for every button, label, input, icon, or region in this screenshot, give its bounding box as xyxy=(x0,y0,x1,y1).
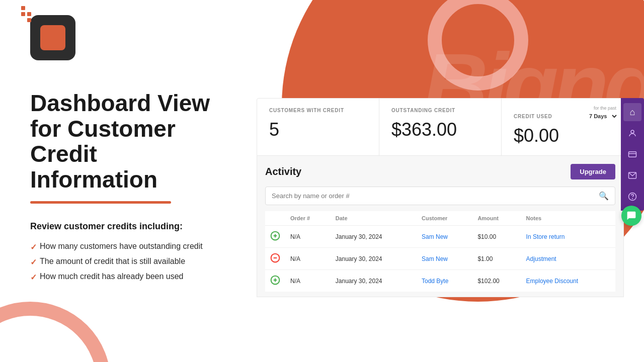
row-date: January 30, 2024 xyxy=(331,226,417,248)
stats-bar: CUSTOMERS WITH CREDIT 5 OUTSTANDING CRED… xyxy=(257,98,624,156)
row-customer[interactable]: Sam New xyxy=(417,248,472,270)
feature-list: ✓ How many customers have outstanding cr… xyxy=(30,242,247,282)
row-amount: $10.00 xyxy=(472,226,521,248)
sidebar-user-icon[interactable] xyxy=(623,124,641,142)
checkmark-icon: ✓ xyxy=(30,242,37,252)
th-amount: Amount xyxy=(472,211,521,226)
logo-dots xyxy=(21,6,37,22)
row-date: January 30, 2024 xyxy=(331,270,417,292)
list-item: ✓ The amount of credit that is still ava… xyxy=(30,257,247,267)
dot xyxy=(21,18,25,22)
notes-link[interactable]: Employee Discount xyxy=(526,278,578,285)
th-order: Order # xyxy=(285,211,331,226)
list-item: ✓ How many customers have outstanding cr… xyxy=(30,242,247,252)
search-input[interactable] xyxy=(272,192,599,200)
stat-value-outstanding: $363.00 xyxy=(391,119,489,140)
table-row: N/A January 30, 2024 Sam New $1.00 Adjus… xyxy=(265,248,615,270)
chat-button[interactable] xyxy=(621,206,641,226)
activity-title: Activity xyxy=(265,166,301,177)
table-row: N/A January 30, 2024 Sam New $10.00 In S… xyxy=(265,226,615,248)
stat-card-customers: CUSTOMERS WITH CREDIT 5 xyxy=(257,99,379,155)
th-customer: Customer xyxy=(417,211,472,226)
stat-value-customers: 5 xyxy=(269,119,367,140)
for-past-label: for the past xyxy=(594,106,616,111)
logo-inner xyxy=(40,25,65,50)
table-row: N/A January 30, 2024 Todd Byte $102.00 E… xyxy=(265,270,615,292)
th-date: Date xyxy=(331,211,417,226)
svg-point-13 xyxy=(632,198,633,199)
dot xyxy=(27,18,31,22)
row-customer[interactable]: Sam New xyxy=(417,226,472,248)
sidebar-home-icon[interactable]: ⌂ xyxy=(623,103,641,121)
dot xyxy=(27,12,31,16)
subtitle: Review customer credits including: xyxy=(30,221,247,232)
customer-link[interactable]: Sam New xyxy=(422,255,448,262)
row-order: N/A xyxy=(285,270,331,292)
upgrade-button[interactable]: Upgrade xyxy=(571,164,615,179)
right-sidebar: ⌂ xyxy=(621,98,644,211)
table-header-row: Order # Date Customer Amount Notes xyxy=(265,211,615,226)
th-icon xyxy=(265,211,285,226)
stat-value-credit-used: $0.00 xyxy=(514,125,611,146)
stat-card-credit-used: for the past CREDIT USED $0.00 7 Days 30… xyxy=(502,99,623,155)
row-icon-cell xyxy=(265,248,285,270)
title-underline xyxy=(30,201,171,204)
row-notes[interactable]: Adjustment xyxy=(521,248,615,270)
search-icon: 🔍 xyxy=(599,191,609,201)
checkmark-icon: ✓ xyxy=(30,273,37,282)
row-amount: $102.00 xyxy=(472,270,521,292)
activity-header: Activity Upgrade xyxy=(265,164,615,179)
row-order: N/A xyxy=(285,226,331,248)
dot xyxy=(21,12,25,16)
notes-link[interactable]: Adjustment xyxy=(526,255,556,262)
row-icon-cell xyxy=(265,226,285,248)
customer-link[interactable]: Sam New xyxy=(422,233,448,240)
activity-section: Activity Upgrade 🔍 Order # Date Customer… xyxy=(257,156,624,297)
stat-card-outstanding: OUTSTANDING CREDIT $363.00 xyxy=(379,99,502,155)
list-item: ✓ How much credit has already been used xyxy=(30,272,247,282)
period-select[interactable]: 7 Days 30 Days 90 Days xyxy=(587,113,618,120)
dot xyxy=(21,6,25,10)
notes-link[interactable]: In Store return xyxy=(526,233,565,240)
stat-label-outstanding: OUTSTANDING CREDIT xyxy=(391,108,489,113)
th-notes: Notes xyxy=(521,211,615,226)
row-customer[interactable]: Todd Byte xyxy=(417,270,472,292)
row-order: N/A xyxy=(285,248,331,270)
dashboard-area: CUSTOMERS WITH CREDIT 5 OUTSTANDING CRED… xyxy=(257,98,624,297)
row-amount: $1.00 xyxy=(472,248,521,270)
svg-rect-9 xyxy=(629,152,636,157)
logo-box xyxy=(30,15,75,60)
dot xyxy=(33,18,37,22)
customer-link[interactable]: Todd Byte xyxy=(422,278,448,285)
dot xyxy=(27,6,31,10)
activity-table: Order # Date Customer Amount Notes N/A J… xyxy=(265,211,615,292)
dot xyxy=(33,12,37,16)
search-bar[interactable]: 🔍 xyxy=(265,187,615,205)
sidebar-help-icon[interactable] xyxy=(623,188,641,206)
stat-label-customers: CUSTOMERS WITH CREDIT xyxy=(269,108,367,113)
checkmark-icon: ✓ xyxy=(30,257,37,267)
svg-point-8 xyxy=(631,130,634,133)
row-notes[interactable]: Employee Discount xyxy=(521,270,615,292)
dot xyxy=(33,6,37,10)
logo-area xyxy=(30,15,247,60)
row-icon-cell xyxy=(265,270,285,292)
left-panel: Dashboard View for Customer Credit Infor… xyxy=(0,0,272,362)
sidebar-mail-icon[interactable] xyxy=(623,166,641,185)
row-notes[interactable]: In Store return xyxy=(521,226,615,248)
sidebar-payment-icon[interactable] xyxy=(623,145,641,163)
page-title: Dashboard View for Customer Credit Infor… xyxy=(30,90,247,192)
row-date: January 30, 2024 xyxy=(331,248,417,270)
